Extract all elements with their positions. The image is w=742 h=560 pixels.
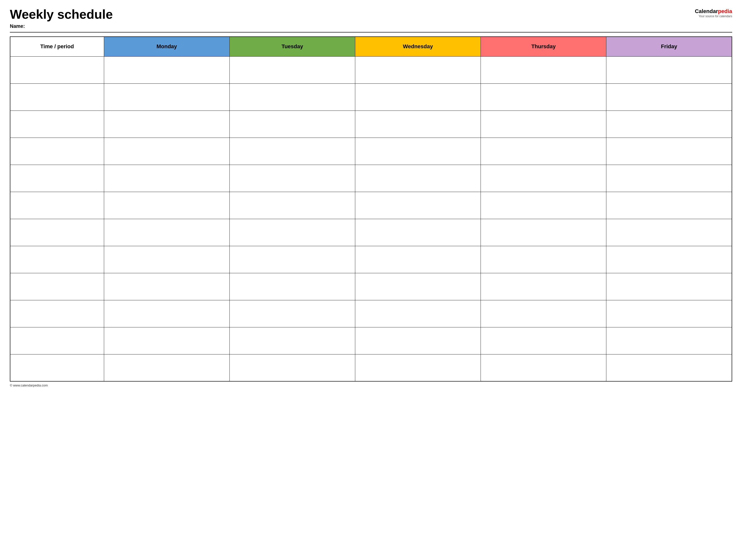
time-cell[interactable]: [10, 327, 104, 354]
schedule-cell[interactable]: [481, 137, 606, 165]
table-row: [10, 273, 732, 300]
table-row: [10, 246, 732, 273]
time-cell[interactable]: [10, 219, 104, 246]
table-row: [10, 327, 732, 354]
schedule-cell[interactable]: [606, 327, 732, 354]
header-divider: [10, 32, 732, 33]
schedule-cell[interactable]: [481, 273, 606, 300]
schedule-cell[interactable]: [355, 192, 481, 219]
schedule-cell[interactable]: [104, 56, 229, 83]
schedule-cell[interactable]: [104, 300, 229, 327]
schedule-cell[interactable]: [355, 56, 481, 83]
time-cell[interactable]: [10, 111, 104, 137]
time-cell[interactable]: [10, 56, 104, 83]
schedule-cell[interactable]: [229, 111, 355, 137]
schedule-cell[interactable]: [606, 273, 732, 300]
page-header: Weekly schedule Name: Calendarpedia Your…: [10, 7, 732, 29]
logo-pedia-text: pedia: [718, 8, 732, 14]
time-cell[interactable]: [10, 192, 104, 219]
schedule-cell[interactable]: [229, 83, 355, 111]
schedule-cell[interactable]: [229, 273, 355, 300]
time-cell[interactable]: [10, 246, 104, 273]
schedule-cell[interactable]: [606, 83, 732, 111]
schedule-cell[interactable]: [355, 83, 481, 111]
table-row: [10, 192, 732, 219]
time-cell[interactable]: [10, 354, 104, 381]
col-header-monday: Monday: [104, 37, 229, 56]
schedule-cell[interactable]: [606, 165, 732, 192]
logo-tagline: Your source for calendars: [699, 14, 732, 18]
schedule-cell[interactable]: [606, 137, 732, 165]
table-row: [10, 165, 732, 192]
schedule-cell[interactable]: [481, 111, 606, 137]
schedule-cell[interactable]: [481, 327, 606, 354]
time-cell[interactable]: [10, 273, 104, 300]
schedule-cell[interactable]: [355, 246, 481, 273]
schedule-cell[interactable]: [104, 327, 229, 354]
schedule-cell[interactable]: [229, 219, 355, 246]
schedule-cell[interactable]: [606, 354, 732, 381]
schedule-cell[interactable]: [229, 165, 355, 192]
schedule-cell[interactable]: [229, 354, 355, 381]
time-cell[interactable]: [10, 137, 104, 165]
schedule-cell[interactable]: [606, 300, 732, 327]
schedule-cell[interactable]: [355, 111, 481, 137]
footer: © www.calendarpedia.com: [10, 384, 732, 387]
table-row: [10, 137, 732, 165]
col-header-tuesday: Tuesday: [229, 37, 355, 56]
schedule-cell[interactable]: [355, 354, 481, 381]
schedule-cell[interactable]: [481, 354, 606, 381]
schedule-cell[interactable]: [606, 192, 732, 219]
schedule-cell[interactable]: [481, 300, 606, 327]
table-row: [10, 111, 732, 137]
schedule-cell[interactable]: [606, 56, 732, 83]
col-header-friday: Friday: [606, 37, 732, 56]
table-header-row: Time / period Monday Tuesday Wednesday T…: [10, 37, 732, 56]
table-row: [10, 354, 732, 381]
schedule-cell[interactable]: [104, 165, 229, 192]
schedule-cell[interactable]: [104, 354, 229, 381]
schedule-cell[interactable]: [481, 192, 606, 219]
schedule-cell[interactable]: [481, 56, 606, 83]
schedule-cell[interactable]: [355, 219, 481, 246]
schedule-cell[interactable]: [355, 300, 481, 327]
copyright-text: © www.calendarpedia.com: [10, 384, 48, 387]
schedule-cell[interactable]: [355, 327, 481, 354]
schedule-cell[interactable]: [104, 83, 229, 111]
col-header-time: Time / period: [10, 37, 104, 56]
schedule-cell[interactable]: [481, 83, 606, 111]
table-body: [10, 56, 732, 381]
schedule-cell[interactable]: [355, 137, 481, 165]
schedule-cell[interactable]: [481, 219, 606, 246]
schedule-cell[interactable]: [229, 56, 355, 83]
name-label: Name:: [10, 23, 113, 29]
schedule-cell[interactable]: [229, 300, 355, 327]
time-cell[interactable]: [10, 300, 104, 327]
schedule-cell[interactable]: [606, 246, 732, 273]
schedule-cell[interactable]: [229, 246, 355, 273]
schedule-table: Time / period Monday Tuesday Wednesday T…: [10, 37, 732, 382]
schedule-cell[interactable]: [104, 273, 229, 300]
schedule-cell[interactable]: [355, 273, 481, 300]
schedule-cell[interactable]: [606, 219, 732, 246]
time-cell[interactable]: [10, 165, 104, 192]
time-cell[interactable]: [10, 83, 104, 111]
schedule-cell[interactable]: [229, 327, 355, 354]
schedule-cell[interactable]: [104, 192, 229, 219]
schedule-cell[interactable]: [481, 246, 606, 273]
schedule-cell[interactable]: [355, 165, 481, 192]
schedule-cell[interactable]: [229, 192, 355, 219]
schedule-cell[interactable]: [229, 137, 355, 165]
schedule-cell[interactable]: [104, 137, 229, 165]
table-row: [10, 219, 732, 246]
schedule-cell[interactable]: [104, 219, 229, 246]
table-row: [10, 56, 732, 83]
col-header-wednesday: Wednesday: [355, 37, 481, 56]
table-row: [10, 83, 732, 111]
col-header-thursday: Thursday: [481, 37, 606, 56]
schedule-cell[interactable]: [481, 165, 606, 192]
page-title: Weekly schedule: [10, 7, 113, 21]
schedule-cell[interactable]: [606, 111, 732, 137]
schedule-cell[interactable]: [104, 111, 229, 137]
schedule-cell[interactable]: [104, 246, 229, 273]
